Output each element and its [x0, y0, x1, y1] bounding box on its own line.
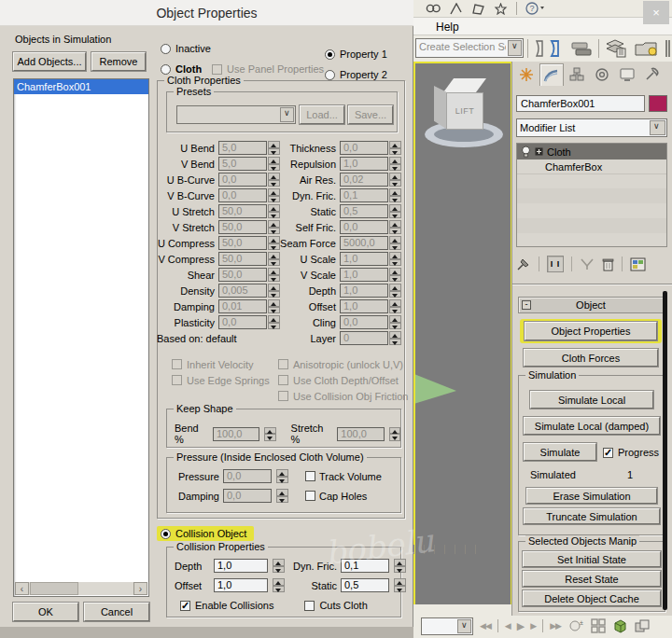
tab-motion[interactable]	[590, 63, 614, 86]
progress-checkbox[interactable]	[603, 448, 613, 458]
param-input[interactable]: 5000,0	[340, 236, 388, 250]
key-mode-toggle-icon[interactable]: ±	[567, 618, 584, 633]
param-input[interactable]: 0,0	[340, 315, 388, 329]
fence-selection-icon[interactable]	[471, 3, 485, 15]
tab-modify[interactable]	[539, 63, 564, 86]
tab-hierarchy[interactable]	[565, 63, 589, 86]
delete-object-cache-button[interactable]: Delete Object Cache	[523, 590, 661, 606]
configure-modifier-sets-icon[interactable]	[630, 257, 646, 271]
layer-manager-icon[interactable]	[604, 38, 628, 59]
spinner[interactable]	[394, 578, 406, 592]
param-input[interactable]: 0,0	[218, 315, 267, 329]
depth-input[interactable]: 1,0	[214, 559, 268, 573]
spinner[interactable]	[389, 204, 401, 218]
select-by-name-icon[interactable]	[426, 3, 441, 14]
remove-button[interactable]: Remove	[91, 52, 146, 71]
objects-list[interactable]: ChamferBox001 ‹ ›	[13, 78, 149, 597]
track-volume-checkbox[interactable]	[305, 471, 315, 481]
param-input[interactable]: 50,0	[218, 236, 267, 250]
spinner[interactable]	[394, 559, 406, 573]
use-panel-properties-checkbox[interactable]	[212, 64, 222, 75]
truncate-simulation-button[interactable]: Truncate Simulation	[524, 508, 660, 524]
remove-modifier-icon[interactable]	[602, 257, 614, 271]
curve-editor-icon[interactable]	[665, 38, 672, 59]
show-end-result-toggle[interactable]: I I	[547, 256, 564, 272]
load-button[interactable]: Load...	[300, 105, 344, 124]
cloth-radio[interactable]	[161, 64, 171, 75]
named-selection-set-combo[interactable]: Create Selection Se	[415, 38, 524, 58]
object-properties-button[interactable]: Object Properties	[525, 322, 657, 340]
zoom-all-icon[interactable]	[591, 618, 606, 633]
spinner[interactable]	[389, 427, 400, 441]
selection-cursor-icon[interactable]	[449, 3, 463, 15]
cloth-forces-button[interactable]: Cloth Forces	[524, 349, 658, 367]
go-to-start-button[interactable]: ◀◀	[480, 621, 491, 631]
set-initial-state-button[interactable]: Set Initial State	[523, 551, 661, 567]
close-icon[interactable]: ×	[643, 1, 669, 24]
combo-dropdown-icon[interactable]	[280, 107, 294, 122]
viewport[interactable]: LIFT	[413, 62, 512, 604]
combo-dropdown-icon[interactable]	[457, 619, 471, 633]
param-input[interactable]: 0,01	[218, 299, 267, 313]
menu-help[interactable]: Help	[436, 21, 459, 34]
erase-simulation-button[interactable]: Erase Simulation	[526, 488, 657, 504]
dialog-titlebar[interactable]: Object Properties	[0, 0, 413, 26]
object-name-field[interactable]: ChamferBox001	[516, 95, 645, 112]
param-input[interactable]: 0	[340, 331, 388, 345]
tab-utilities[interactable]	[640, 63, 665, 86]
spinner[interactable]	[389, 236, 401, 250]
spinner[interactable]	[276, 469, 288, 483]
use-collision-friction-checkbox[interactable]	[278, 391, 288, 401]
pin-stack-icon[interactable]	[516, 257, 531, 271]
enable-collisions-checkbox[interactable]	[180, 601, 190, 611]
cuts-cloth-checkbox[interactable]	[304, 601, 315, 611]
rollout-collapse-icon[interactable]: -	[522, 300, 531, 310]
viewcube-front-face[interactable]: LIFT	[446, 92, 483, 130]
property1-radio[interactable]	[325, 49, 335, 60]
param-input[interactable]: 0,005	[218, 284, 267, 298]
spinner[interactable]	[389, 299, 401, 313]
stack-item-chamferbox[interactable]: ChamferBox	[517, 160, 666, 174]
spinner[interactable]	[389, 173, 401, 187]
param-input[interactable]: 0,1	[340, 188, 388, 202]
tab-create[interactable]	[514, 63, 539, 86]
property2-radio[interactable]	[325, 70, 335, 80]
cap-holes-checkbox[interactable]	[305, 491, 315, 501]
stack-item-cloth[interactable]: Cloth	[517, 144, 666, 160]
stretch-input[interactable]: 100,0	[337, 427, 384, 441]
spinner[interactable]	[389, 141, 401, 155]
param-input[interactable]: 50,0	[218, 220, 267, 234]
param-input[interactable]: 5,0	[218, 157, 267, 171]
track-bar-ticks[interactable]	[413, 545, 481, 554]
edit-named-sets-icon[interactable]	[533, 39, 565, 58]
scrollbar-thumb[interactable]	[30, 582, 78, 595]
param-input[interactable]: 0,0	[340, 220, 388, 234]
spinner[interactable]	[273, 559, 285, 573]
simulate-local-button[interactable]: Simulate Local	[530, 391, 653, 409]
align-icon[interactable]	[570, 41, 593, 56]
simulate-local-damped-button[interactable]: Simulate Local (damped)	[524, 417, 660, 435]
use-cloth-depth-checkbox[interactable]	[278, 375, 288, 385]
ok-button[interactable]: OK	[13, 603, 78, 621]
save-button[interactable]: Save...	[348, 105, 393, 124]
spinner[interactable]	[389, 284, 401, 298]
list-horizontal-scrollbar[interactable]: ‹ ›	[15, 582, 147, 595]
add-objects-button[interactable]: Add Objects...	[13, 52, 86, 71]
param-input[interactable]: 0,0	[340, 141, 388, 155]
param-input[interactable]: 0,02	[340, 173, 388, 187]
lightbulb-icon[interactable]	[521, 146, 531, 158]
zoom-extents-icon[interactable]	[612, 618, 628, 634]
spinner[interactable]	[389, 157, 401, 171]
presets-dropdown[interactable]	[176, 105, 296, 124]
next-frame-button[interactable]: ▶	[530, 621, 536, 631]
spinner[interactable]	[273, 578, 285, 592]
param-input[interactable]: 0,0	[218, 173, 267, 187]
play-button[interactable]: ▶	[517, 620, 524, 632]
param-input[interactable]: 1,0	[340, 157, 388, 171]
list-item-selected[interactable]: ChamferBox001	[14, 79, 148, 94]
modifier-stack[interactable]: Cloth ChamferBox	[516, 143, 667, 247]
inherit-velocity-checkbox[interactable]	[172, 359, 182, 369]
spinner[interactable]	[264, 427, 275, 441]
param-input[interactable]: 0,5	[340, 204, 388, 218]
spinner[interactable]	[389, 268, 401, 282]
